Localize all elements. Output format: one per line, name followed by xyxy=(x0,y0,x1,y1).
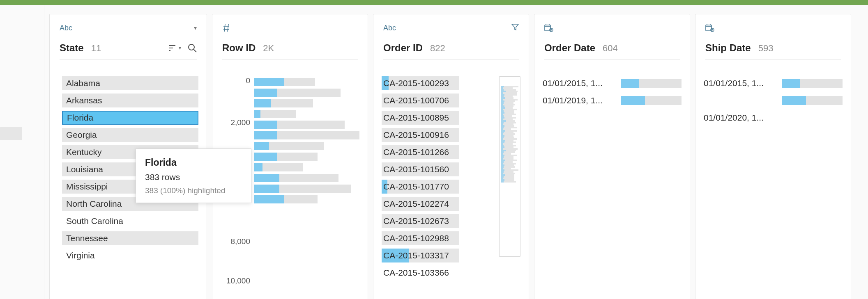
histogram-bin[interactable] xyxy=(254,131,359,139)
orderid-item[interactable]: CA-2015-102274 xyxy=(382,197,495,211)
state-item[interactable]: Arkansas xyxy=(62,94,198,107)
panel-title: State xyxy=(60,42,84,54)
minimap-body xyxy=(501,86,518,183)
number-type-icon xyxy=(222,24,230,32)
sidebar-chip xyxy=(0,127,22,140)
date-bar[interactable] xyxy=(782,76,843,90)
panel-title: Order Date xyxy=(544,42,595,54)
histogram-bin[interactable] xyxy=(254,99,359,107)
panel-count: 2K xyxy=(263,43,274,54)
histogram-bin[interactable] xyxy=(254,163,359,171)
orderid-item[interactable]: CA-2015-100895 xyxy=(382,111,495,125)
orderid-label: CA-2015-100293 xyxy=(382,78,449,88)
orderid-label: CA-2015-102673 xyxy=(382,216,449,226)
minimap-row xyxy=(501,181,518,183)
tooltip-highlighted: 383 (100%) highlighted xyxy=(145,186,242,195)
orderid-item[interactable]: CA-2015-101560 xyxy=(382,162,495,176)
panel-title: Ship Date xyxy=(705,42,751,54)
svg-line-7 xyxy=(224,24,225,32)
abc-type-icon: Abc xyxy=(383,24,396,32)
date-item[interactable]: 01/01/2015, 1... xyxy=(704,76,776,90)
state-item[interactable]: Florida xyxy=(62,111,198,125)
date-item[interactable]: 01/01/2015, 1... xyxy=(543,76,615,90)
orderid-item[interactable]: CA-2015-100916 xyxy=(382,128,495,142)
orderid-label: CA-2015-101560 xyxy=(382,164,449,174)
order-date-list: 01/01/2015, 1...01/01/2019, 1... xyxy=(543,76,615,107)
histogram-bin[interactable] xyxy=(254,185,359,193)
orderid-item[interactable]: CA-2015-101266 xyxy=(382,145,495,159)
panel-count: 822 xyxy=(430,43,445,54)
histogram-bin[interactable] xyxy=(254,89,359,97)
minimap-viewport[interactable] xyxy=(501,79,518,83)
orderid-item[interactable]: CA-2015-103317 xyxy=(382,249,495,262)
panel-order-date: Order Date 604 01/01/2015, 1...01/01/201… xyxy=(534,14,690,299)
state-item[interactable]: Alabama xyxy=(62,76,198,90)
orderid-minimap[interactable] xyxy=(499,76,520,257)
date-bar[interactable] xyxy=(621,94,682,107)
date-bar[interactable] xyxy=(782,111,843,125)
tooltip-rows: 383 rows xyxy=(145,172,242,182)
histogram-bin[interactable] xyxy=(254,174,359,182)
orderid-label: CA-2015-102988 xyxy=(382,233,449,243)
state-item[interactable]: South Carolina xyxy=(62,214,198,228)
orderid-label: CA-2015-103317 xyxy=(382,251,449,260)
orderid-label: CA-2015-100706 xyxy=(382,96,449,105)
svg-line-4 xyxy=(193,49,196,52)
filter-icon[interactable] xyxy=(511,23,519,32)
state-item[interactable]: Tennessee xyxy=(62,231,198,245)
y-tick-label: 10,000 xyxy=(226,276,250,285)
orderid-item[interactable]: CA-2015-100706 xyxy=(382,94,495,107)
abc-type-icon: Abc xyxy=(60,24,72,32)
orderid-label: CA-2015-101266 xyxy=(382,147,449,157)
orderid-label: CA-2015-103366 xyxy=(382,268,449,278)
hover-tooltip: Florida 383 rows 383 (100%) highlighted xyxy=(136,148,251,203)
histogram-bin[interactable] xyxy=(254,121,359,129)
histogram-bin[interactable] xyxy=(254,78,359,86)
date-bar[interactable] xyxy=(621,76,682,90)
date-item[interactable] xyxy=(704,94,776,107)
y-tick-label: 0 xyxy=(246,76,250,85)
orderid-item[interactable]: CA-2015-102988 xyxy=(382,231,495,245)
histogram-bin[interactable] xyxy=(254,110,359,118)
panel-title: Row ID xyxy=(222,42,256,54)
orderid-list: CA-2015-100293CA-2015-100706CA-2015-1008… xyxy=(382,76,495,297)
tooltip-title: Florida xyxy=(145,157,242,168)
order-date-bars xyxy=(621,76,682,107)
y-tick-label: 8,000 xyxy=(230,237,250,246)
panel-ship-date: Ship Date 593 01/01/2015, 1...01/01/2020… xyxy=(695,14,851,299)
orderid-item[interactable]: CA-2015-102673 xyxy=(382,214,495,228)
orderid-label: CA-2015-101770 xyxy=(382,182,449,192)
orderid-label: CA-2015-100895 xyxy=(382,113,449,123)
orderid-item[interactable]: CA-2015-103366 xyxy=(382,266,495,280)
app-top-bar xyxy=(0,0,868,5)
orderid-item[interactable]: CA-2015-100293 xyxy=(382,76,495,90)
datetime-type-icon xyxy=(544,24,553,32)
panel-count: 604 xyxy=(603,43,618,54)
date-bar[interactable] xyxy=(782,94,843,107)
state-item[interactable]: Georgia xyxy=(62,128,198,142)
rowid-histogram[interactable] xyxy=(254,76,359,297)
orderid-label: CA-2015-102274 xyxy=(382,199,449,209)
panel-count: 593 xyxy=(758,43,774,54)
svg-line-15 xyxy=(551,30,552,30)
orderid-label: CA-2015-100916 xyxy=(382,130,449,140)
svg-line-8 xyxy=(228,24,228,32)
sort-button[interactable]: ▾ xyxy=(169,44,181,52)
panel-order-id: Abc Order ID 822 CA-2015-100293 xyxy=(373,14,529,299)
histogram-bin[interactable] xyxy=(254,195,359,203)
panel-title: Order ID xyxy=(383,42,423,54)
ship-date-list: 01/01/2015, 1...01/01/2020, 1... xyxy=(704,76,776,125)
ship-date-bars xyxy=(782,76,843,125)
field-type-dropdown-caret[interactable]: ▾ xyxy=(194,25,197,31)
date-item[interactable]: 01/01/2019, 1... xyxy=(543,94,615,107)
svg-point-3 xyxy=(189,44,194,50)
histogram-bin[interactable] xyxy=(254,153,359,161)
orderid-item[interactable]: CA-2015-101770 xyxy=(382,180,495,194)
search-icon[interactable] xyxy=(188,43,197,52)
state-item[interactable]: Virginia xyxy=(62,249,198,262)
panel-count: 11 xyxy=(91,43,101,54)
y-tick-label: 2,000 xyxy=(230,118,250,127)
date-item[interactable]: 01/01/2020, 1... xyxy=(704,111,776,125)
datetime-type-icon xyxy=(705,24,714,32)
histogram-bin[interactable] xyxy=(254,142,359,150)
